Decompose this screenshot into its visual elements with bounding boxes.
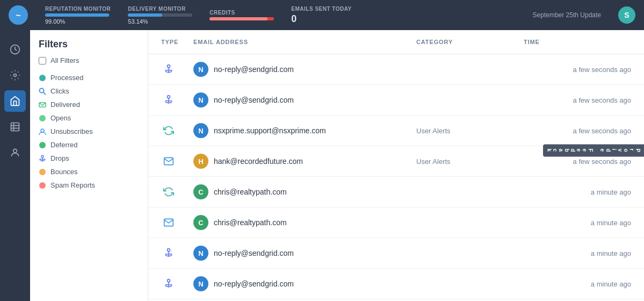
all-filters-checkbox[interactable]: [39, 57, 46, 64]
nav-icon-user[interactable]: [4, 142, 26, 163]
filter-item-spam-reports[interactable]: Spam Reports: [39, 178, 139, 192]
svg-point-27: [168, 249, 170, 252]
email-cell: C chris@realtypath.com: [193, 215, 416, 230]
reputation-label: REPUTATION MONITOR: [45, 6, 111, 12]
nav-icon-activity[interactable]: [4, 39, 26, 60]
filter-item-processed[interactable]: Processed: [39, 71, 139, 84]
table-row[interactable]: C chris@realtypath.com a minute ago: [148, 207, 644, 238]
logo[interactable]: ~: [9, 5, 28, 25]
svg-point-30: [168, 280, 170, 282]
delivery-monitor: DELIVERY MONITOR 53.14%: [128, 6, 192, 25]
credits-bar-track: [209, 17, 274, 20]
emails-sent-count: 0: [291, 13, 351, 25]
delivery-bar-track: [128, 13, 192, 17]
svg-point-3: [14, 74, 17, 77]
filter-all-container[interactable]: All Filters: [39, 56, 139, 64]
table-row[interactable]: C chris@realtypath.com a minute ago: [148, 177, 644, 207]
filter-item-unsubscribes[interactable]: Unsubscribes: [39, 125, 139, 138]
email-avatar: N: [193, 246, 208, 261]
filter-label-processed: Processed: [50, 74, 83, 82]
filter-label-deferred: Deferred: [50, 141, 78, 149]
filter-item-deferred[interactable]: Deferred: [39, 138, 139, 152]
nav-icon-home[interactable]: [4, 90, 26, 112]
email-address: no-reply@sendgrid.com: [214, 249, 294, 257]
type-icon: [161, 92, 176, 108]
svg-point-16: [41, 155, 44, 157]
left-nav: [0, 30, 30, 301]
svg-point-10: [40, 88, 44, 92]
time-cell: a minute ago: [524, 188, 631, 196]
filter-item-drops[interactable]: Drops: [39, 152, 139, 165]
content-area: TYPE EMAIL ADDRESS CATEGORY TIME N no-re…: [148, 30, 644, 301]
credits-bar-fill: [209, 17, 267, 20]
filter-item-opens[interactable]: Opens: [39, 111, 139, 125]
email-avatar: N: [193, 62, 208, 77]
avatar[interactable]: S: [618, 6, 635, 24]
col-type: TYPE: [161, 39, 193, 45]
time-cell: a few seconds ago: [524, 157, 631, 166]
email-address: no-reply@sendgrid.com: [214, 280, 294, 288]
emails-sent-label: EMAILS SENT TODAY: [291, 6, 351, 12]
email-cell: N no-reply@sendgrid.com: [193, 246, 416, 261]
filter-items-list: Processed Clicks Delivered Opens Unsubsc…: [39, 71, 139, 192]
update-text: September 25th Update: [533, 11, 601, 19]
sidebar-filters: Filters All Filters Processed Clicks Del…: [30, 30, 148, 301]
category-cell: User Alerts: [416, 157, 524, 166]
table-row[interactable]: N nsxprime.support@nsxprime.com User Ale…: [148, 116, 644, 146]
topbar: ~ REPUTATION MONITOR 99.00% DELIVERY MON…: [0, 0, 644, 30]
sidebar-title: Filters: [39, 39, 139, 50]
table-row[interactable]: N no-reply@sendgrid.com a few seconds ag…: [148, 85, 644, 116]
filter-icon-clicks: [39, 88, 46, 95]
type-icon: [161, 215, 176, 230]
filter-label-bounces: Bounces: [50, 168, 78, 176]
nav-icon-gear[interactable]: [4, 64, 26, 86]
table-row[interactable]: N no-reply@sendgrid.com a few seconds ag…: [148, 54, 644, 85]
svg-point-20: [39, 182, 46, 189]
email-avatar: H: [193, 154, 208, 169]
email-avatar: N: [193, 92, 208, 108]
filter-icon-opens: [39, 114, 46, 122]
table-row[interactable]: N no-reply@sendgrid.com a minute ago: [148, 269, 644, 299]
feedback-label: ProvideFeedback: [546, 148, 641, 152]
email-avatar: C: [193, 215, 208, 230]
time-cell: a minute ago: [524, 249, 631, 257]
all-filters-label: All Filters: [50, 56, 79, 64]
email-cell: N no-reply@sendgrid.com: [193, 62, 416, 77]
type-icon: [161, 184, 176, 199]
email-cell: C chris@realtypath.com: [193, 184, 416, 199]
category-cell: User Alerts: [416, 127, 524, 135]
table-rows: N no-reply@sendgrid.com a few seconds ag…: [148, 54, 644, 301]
svg-line-11: [44, 92, 46, 95]
table-header: TYPE EMAIL ADDRESS CATEGORY TIME: [148, 30, 644, 54]
svg-point-9: [39, 75, 46, 81]
email-address: no-reply@sendgrid.com: [214, 65, 294, 74]
filter-icon-deferred: [39, 141, 46, 149]
email-address: chris@realtypath.com: [214, 218, 287, 227]
filter-label-delivered: Delivered: [50, 101, 80, 109]
feedback-wrapper[interactable]: ProvideFeedback: [543, 144, 644, 156]
credits-label: CREDITS: [209, 10, 274, 16]
type-icon: [161, 123, 176, 138]
email-cell: N nsxprime.support@nsxprime.com: [193, 123, 416, 138]
time-cell: a few seconds ago: [524, 127, 631, 135]
table-row[interactable]: N no-reply@sendgrid.com a minute ago: [148, 238, 644, 269]
filter-item-bounces[interactable]: Bounces: [39, 165, 139, 178]
filter-icon-drops: [39, 155, 46, 162]
type-icon: [161, 154, 176, 169]
svg-point-8: [13, 149, 17, 153]
main-layout: Filters All Filters Processed Clicks Del…: [0, 30, 644, 301]
feedback-button[interactable]: ProvideFeedback: [543, 144, 644, 156]
svg-point-13: [39, 115, 46, 121]
nav-icon-list[interactable]: [4, 116, 26, 138]
time-cell: a minute ago: [524, 219, 631, 227]
email-address: no-reply@sendgrid.com: [214, 96, 294, 104]
filter-icon-processed: [39, 74, 46, 82]
email-avatar: N: [193, 276, 208, 291]
col-category: CATEGORY: [416, 39, 524, 45]
filter-item-delivered[interactable]: Delivered: [39, 98, 139, 111]
filter-item-clicks[interactable]: Clicks: [39, 84, 139, 98]
emails-sent-group: EMAILS SENT TODAY 0: [291, 6, 351, 25]
email-cell: N no-reply@sendgrid.com: [193, 276, 416, 291]
filter-icon-delivered: [39, 101, 46, 109]
delivery-label: DELIVERY MONITOR: [128, 6, 192, 12]
